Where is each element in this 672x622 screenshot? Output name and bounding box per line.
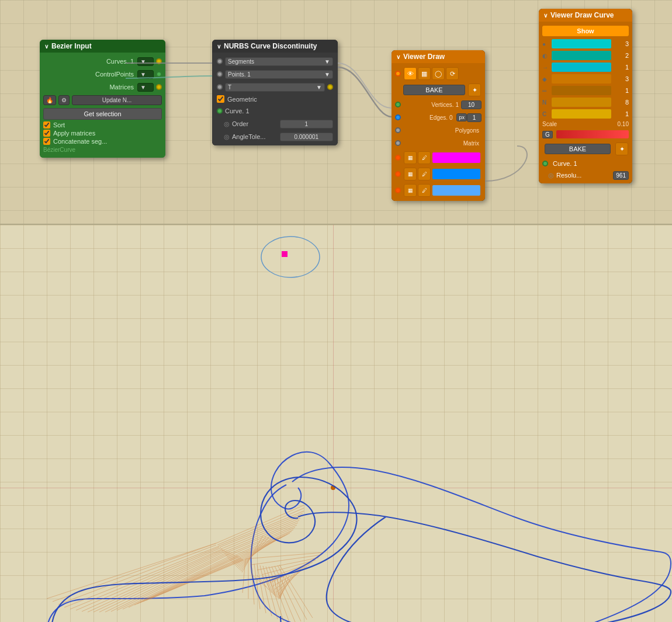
- svg-line-17: [137, 556, 238, 604]
- sort-checkbox-row: Sort: [40, 121, 165, 129]
- vdc-show-button[interactable]: Show: [542, 26, 629, 36]
- svg-line-75: [257, 565, 266, 613]
- center-dot: [331, 485, 335, 490]
- concatenate-checkbox[interactable]: [43, 138, 50, 145]
- vd-color-row-3: ▦ 🖊: [392, 182, 485, 199]
- vdc-swatch-6[interactable]: [552, 98, 611, 107]
- controlpoints-dropdown[interactable]: ▼: [137, 70, 154, 79]
- geometric-row: Geometric: [212, 93, 338, 105]
- vdc-row1-icon: ●: [542, 41, 550, 47]
- vdc-swatch-2[interactable]: [552, 51, 611, 60]
- vdc-row-1: ● 3: [539, 38, 632, 50]
- selected-point: [282, 251, 287, 257]
- vd-color-socket-3: [395, 187, 401, 193]
- vd-color-icon-3b[interactable]: 🖊: [418, 184, 431, 197]
- svg-line-20: [146, 558, 241, 600]
- nurbs-node-header[interactable]: ∨ NURBS Curve Discontinuity: [212, 40, 338, 53]
- svg-point-0: [261, 237, 320, 277]
- action-btn-2[interactable]: ⚙: [58, 95, 70, 105]
- svg-line-80: [272, 567, 295, 622]
- curves-output-socket: [156, 58, 162, 64]
- svg-line-74: [254, 564, 260, 609]
- vd-color-strip-1[interactable]: [432, 152, 480, 163]
- svg-line-57: [280, 576, 286, 599]
- vd-color-icon-2a[interactable]: ▦: [404, 168, 417, 180]
- svg-line-56: [279, 576, 283, 599]
- vd-bake-icon[interactable]: ✦: [468, 84, 481, 96]
- svg-line-66: [266, 562, 313, 579]
- vd-color-icon-1b[interactable]: 🖊: [418, 151, 431, 164]
- order-label: Order: [232, 120, 280, 127]
- vd-color-icon-3a[interactable]: ▦: [404, 184, 417, 197]
- vd-color-icon-1a[interactable]: ▦: [404, 151, 417, 164]
- geometric-label: Geometric: [227, 96, 257, 103]
- vdc-swatch-1[interactable]: [552, 39, 611, 48]
- vd-color-strip-2[interactable]: [432, 169, 480, 179]
- order-value[interactable]: 1: [280, 120, 334, 128]
- vd-color-icon-2b[interactable]: 🖊: [418, 168, 431, 180]
- vdc-swatch-3[interactable]: [552, 62, 611, 72]
- curves-dropdown[interactable]: ▼: [137, 57, 154, 66]
- vdc-show-row: Show: [539, 24, 632, 38]
- vd-px-number[interactable]: 1: [467, 113, 482, 122]
- vdc-bake-icon[interactable]: ✦: [615, 143, 628, 155]
- nurbs-node-body: Segments ▼ Points. 1 ▼ T ▼: [212, 53, 338, 145]
- vd-bake-button[interactable]: BAKE: [403, 85, 465, 95]
- bezier-node-title: Bezier Input: [51, 42, 92, 50]
- vdc-row-3: → 1: [539, 61, 632, 73]
- vd-arrows-btn[interactable]: ⟳: [446, 67, 459, 80]
- action-btn-1[interactable]: 🔥: [43, 95, 56, 105]
- svg-line-27: [220, 513, 303, 547]
- svg-line-43: [238, 538, 272, 569]
- vdc-swatch-5[interactable]: [552, 86, 611, 95]
- bezier-input-node: ∨ Bezier Input Curves. 1 ▼ ControlPoints…: [40, 40, 165, 158]
- res-value[interactable]: 961: [613, 171, 629, 180]
- vd-color-strip-3[interactable]: [432, 185, 480, 196]
- vd-edges-row: Edges. 0 px 1: [392, 111, 485, 124]
- vdc-bake-button[interactable]: BAKE: [545, 144, 611, 154]
- matrices-dropdown[interactable]: ▼: [137, 83, 154, 92]
- vd-vertices-row: Vertices. 1 10: [392, 98, 485, 111]
- vdc-g-button[interactable]: G: [542, 131, 553, 138]
- vdc-swatch-4[interactable]: [552, 74, 611, 84]
- nurbs-points-row: Points. 1 ▼: [212, 68, 338, 81]
- bezier-node-header[interactable]: ∨ Bezier Input: [40, 40, 165, 53]
- svg-line-53: [275, 577, 277, 597]
- segments-dropdown[interactable]: Segments ▼: [225, 57, 333, 66]
- vdc-swatch-7[interactable]: [552, 109, 611, 119]
- nurbs-input-socket-2: [217, 71, 223, 77]
- vd-grid-btn[interactable]: ▦: [418, 67, 431, 80]
- svg-line-8: [88, 550, 223, 612]
- sort-checkbox[interactable]: [43, 121, 50, 128]
- svg-line-76: [260, 565, 272, 616]
- viewer-draw-header[interactable]: ∨ Viewer Draw: [392, 50, 485, 63]
- concatenate-checkbox-row: Concatenate seg...: [40, 137, 165, 145]
- get-selection-button[interactable]: Get selection: [43, 108, 162, 120]
- vd-bake-row: BAKE ✦: [392, 82, 485, 98]
- angletol-value[interactable]: 0.000001: [280, 133, 334, 141]
- svg-line-29: [222, 518, 300, 551]
- svg-line-6: [76, 548, 221, 610]
- update-n-button[interactable]: Update N...: [72, 95, 162, 105]
- svg-line-77: [263, 566, 278, 619]
- vdc-bake-row: BAKE ✦: [539, 140, 632, 158]
- nurbs-node-title: NURBS Curve Discontinuity: [224, 42, 317, 50]
- vd-vertices-value[interactable]: 10: [461, 100, 482, 109]
- geometric-checkbox[interactable]: [217, 95, 224, 103]
- svg-line-64: [272, 567, 307, 586]
- t-dropdown[interactable]: T ▼: [225, 83, 325, 92]
- svg-line-14: [123, 554, 234, 609]
- scale-label: Scale: [542, 121, 557, 127]
- vd-circle-btn[interactable]: ◯: [432, 67, 445, 80]
- curves-label: Curves. 1: [43, 58, 137, 65]
- vdc-gradient-bar[interactable]: [556, 130, 629, 138]
- nurbs-order-row: ◎ Order 1: [212, 117, 338, 130]
- vdc-row-2: ◐ 2: [539, 50, 632, 61]
- sort-label: Sort: [53, 121, 65, 128]
- vd-eye-btn[interactable]: 👁: [404, 67, 417, 80]
- viewport: [0, 225, 672, 622]
- apply-matrices-checkbox[interactable]: [43, 130, 50, 137]
- vdc-header[interactable]: ∨ Viewer Draw Curve: [539, 9, 632, 22]
- points-dropdown[interactable]: Points. 1 ▼: [225, 70, 333, 79]
- svg-line-52: [272, 577, 276, 597]
